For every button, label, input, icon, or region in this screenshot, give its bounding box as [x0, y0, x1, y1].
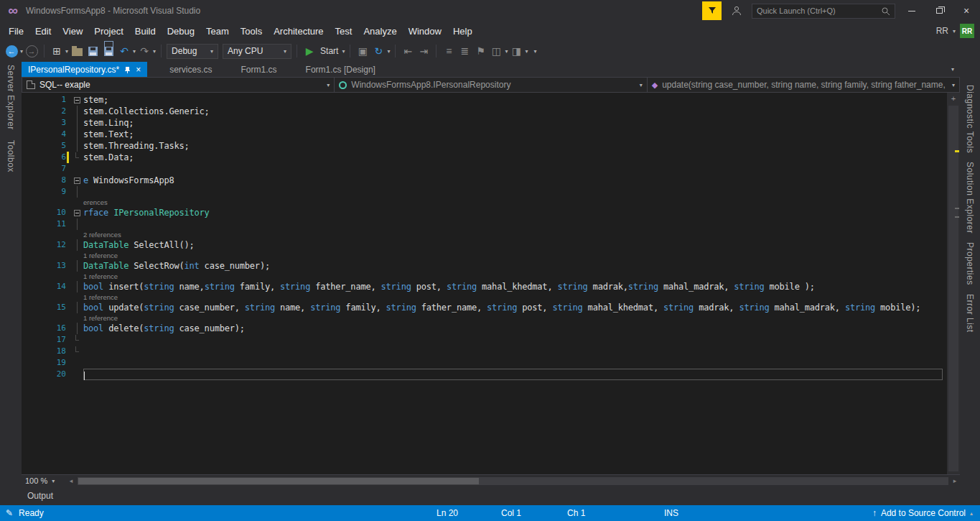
- menu-architecture[interactable]: Architecture: [268, 23, 329, 39]
- horizontal-scrollbar-thumb[interactable]: [78, 478, 479, 484]
- fold-margin[interactable]: [70, 175, 83, 186]
- codelens-indicator[interactable]: 1 reference: [22, 313, 960, 323]
- member-dropdown[interactable]: ◆ update(string case_number, string name…: [647, 77, 960, 93]
- menu-view[interactable]: View: [57, 23, 88, 39]
- shift-right-button[interactable]: ⇥: [416, 43, 431, 59]
- start-dropdown-icon[interactable]: ▾: [342, 48, 345, 55]
- code-text[interactable]: stem.Threading.Tasks;: [83, 140, 943, 152]
- code-line[interactable]: 16bool delete(string case_number);: [22, 323, 960, 334]
- tab-close-icon[interactable]: ×: [136, 65, 141, 75]
- code-line[interactable]: 13DataTable SelectRow(int case_number);: [22, 260, 960, 272]
- code-line[interactable]: 19: [22, 357, 960, 369]
- tab-ipersonalrepository[interactable]: IPersonalRepository.cs* ×: [22, 62, 147, 77]
- code-line[interactable]: 12DataTable SelectAll();: [22, 239, 960, 251]
- bookmark-button[interactable]: ⚑: [473, 43, 487, 59]
- quick-launch-input[interactable]: Quick Launch (Ctrl+Q): [752, 4, 895, 19]
- comment-button[interactable]: ≣: [457, 43, 472, 59]
- menu-file[interactable]: File: [3, 23, 29, 39]
- codelens-indicator[interactable]: 1 reference: [22, 272, 960, 281]
- code-line[interactable]: 1stem;: [22, 94, 960, 106]
- code-text[interactable]: stem.Collections.Generic;: [83, 106, 943, 117]
- sidebar-tab-diagnostic-tools[interactable]: Diagnostic Tools: [965, 85, 975, 153]
- account-dropdown-icon[interactable]: ▾: [953, 28, 956, 34]
- menu-analyze[interactable]: Analyze: [358, 23, 402, 39]
- code-text[interactable]: [83, 186, 943, 198]
- pin-icon[interactable]: [124, 66, 131, 73]
- indent-button[interactable]: ≡: [442, 43, 456, 59]
- code-text[interactable]: stem.Data;: [83, 152, 943, 163]
- sidebar-tab-error-list[interactable]: Error List: [965, 294, 975, 333]
- horizontal-scrollbar[interactable]: [78, 477, 948, 485]
- code-text[interactable]: stem.Text;: [83, 129, 943, 140]
- code-line[interactable]: 7: [22, 163, 960, 175]
- menu-tools[interactable]: Tools: [235, 23, 268, 39]
- scroll-left-arrow-icon[interactable]: ◂: [66, 477, 76, 484]
- code-line[interactable]: 17: [22, 334, 960, 346]
- restore-button[interactable]: [928, 1, 950, 20]
- codelens-indicator[interactable]: erences: [22, 198, 960, 207]
- codelens-indicator[interactable]: 2 references: [22, 230, 960, 239]
- navigate-back-button[interactable]: ←: [4, 43, 19, 59]
- undo-button[interactable]: ↶: [117, 43, 131, 59]
- bookmark-next-button[interactable]: ◫: [489, 43, 503, 59]
- menu-project[interactable]: Project: [88, 23, 129, 39]
- new-project-dropdown-icon[interactable]: ▾: [65, 48, 68, 55]
- code-text[interactable]: stem;: [83, 94, 943, 106]
- code-text[interactable]: stem.Linq;: [83, 117, 943, 129]
- navigate-back-dropdown-icon[interactable]: ▾: [20, 48, 23, 55]
- search-icon[interactable]: [881, 6, 890, 16]
- code-line[interactable]: 2stem.Collections.Generic;: [22, 106, 960, 117]
- solution-platform-select[interactable]: Any CPU ▾: [223, 44, 291, 59]
- new-project-button[interactable]: ⊞: [50, 43, 64, 59]
- menu-edit[interactable]: Edit: [29, 23, 57, 39]
- vertical-scrollbar-thumb[interactable]: [948, 106, 958, 471]
- fold-collapse-icon[interactable]: [74, 177, 80, 184]
- code-text[interactable]: [83, 346, 943, 357]
- menu-help[interactable]: Help: [447, 23, 478, 39]
- solution-configuration-select[interactable]: Debug ▾: [167, 44, 218, 59]
- sidebar-tab-properties[interactable]: Properties: [965, 242, 975, 285]
- fold-collapse-icon[interactable]: [74, 97, 80, 103]
- code-line[interactable]: 5stem.Threading.Tasks;: [22, 140, 960, 152]
- code-text[interactable]: DataTable SelectAll();: [83, 239, 943, 251]
- code-line[interactable]: 6stem.Data;: [22, 152, 960, 163]
- menu-test[interactable]: Test: [330, 23, 358, 39]
- add-to-source-control-button[interactable]: ↑ Add to Source Control ▴: [872, 505, 973, 521]
- code-line[interactable]: 9: [22, 186, 960, 198]
- save-button[interactable]: [85, 43, 100, 59]
- code-text[interactable]: rface IPersonalRepository: [83, 207, 943, 218]
- account-name[interactable]: RR: [936, 26, 948, 36]
- close-button[interactable]: ×: [956, 1, 977, 20]
- bookmark-prev-button[interactable]: ◨: [509, 43, 523, 59]
- code-line[interactable]: 8e WindowsFormsApp8: [22, 175, 960, 186]
- code-line[interactable]: 3stem.Linq;: [22, 117, 960, 129]
- fold-margin[interactable]: [70, 94, 83, 106]
- code-line[interactable]: 20: [22, 369, 960, 380]
- code-text[interactable]: DataTable SelectRow(int case_number);: [83, 260, 943, 272]
- code-text[interactable]: [83, 163, 943, 175]
- feedback-flag-button[interactable]: [702, 1, 722, 20]
- open-file-button[interactable]: [70, 43, 84, 59]
- code-line[interactable]: 18: [22, 346, 960, 357]
- tab-services[interactable]: services.cs: [163, 62, 218, 77]
- code-text[interactable]: [83, 357, 943, 369]
- zoom-level-select[interactable]: 100 % ▾: [22, 476, 66, 487]
- code-text[interactable]: [83, 218, 943, 230]
- code-line[interactable]: 11: [22, 218, 960, 230]
- codelens-indicator[interactable]: 1 reference: [22, 251, 960, 260]
- minimize-button[interactable]: [901, 1, 923, 20]
- scroll-right-arrow-icon[interactable]: ▸: [950, 477, 960, 484]
- code-text[interactable]: [83, 334, 943, 346]
- output-panel-tab[interactable]: Output: [0, 487, 980, 505]
- code-text[interactable]: e WindowsFormsApp8: [83, 175, 943, 186]
- tab-form1-design[interactable]: Form1.cs [Design]: [299, 62, 382, 77]
- toolbar-overflow-button[interactable]: ▾: [533, 48, 536, 55]
- fold-margin[interactable]: [70, 207, 83, 218]
- start-label[interactable]: Start: [320, 46, 338, 56]
- start-debugging-button[interactable]: ▶: [302, 43, 317, 59]
- code-text[interactable]: bool insert(string name,string family, s…: [83, 281, 943, 292]
- sidebar-tab-toolbox[interactable]: Toolbox: [6, 140, 16, 172]
- chevron-down-icon[interactable]: ▾: [525, 48, 528, 55]
- tab-list-dropdown-icon[interactable]: ▾: [951, 66, 954, 73]
- attach-to-process-button[interactable]: ▣: [355, 43, 370, 59]
